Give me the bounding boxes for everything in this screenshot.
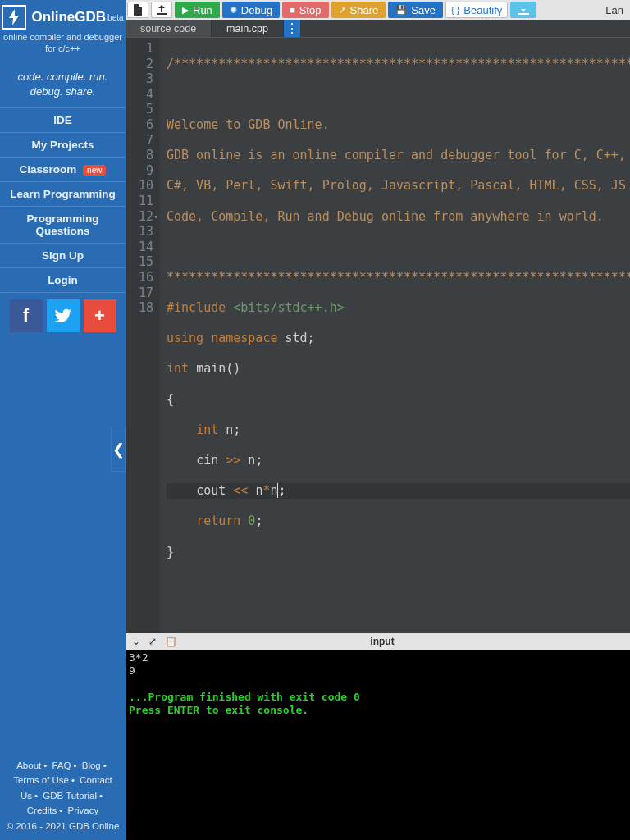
new-badge: new <box>83 165 106 176</box>
tabbar: source code main.cpp ⋮ <box>126 20 630 38</box>
tab-menu-button[interactable]: ⋮ <box>284 20 300 37</box>
fold-icon[interactable]: ▾ <box>154 209 158 225</box>
sidebar: OnlineGDB beta online compiler and debug… <box>0 0 126 840</box>
save-button[interactable]: 💾Save <box>388 2 443 18</box>
nav: IDE My Projects Classroom new Learn Prog… <box>0 107 126 293</box>
debug-button[interactable]: ✺Debug <box>222 2 280 18</box>
nav-learn[interactable]: Learn Programming <box>0 181 126 206</box>
code-body[interactable]: /***************************************… <box>160 38 630 633</box>
nav-login[interactable]: Login <box>0 267 126 293</box>
share-icon: ↗ <box>339 5 346 16</box>
footer-copyright: © 2016 - 2021 GDB Online <box>7 821 120 831</box>
upload-button[interactable] <box>151 2 172 18</box>
brand-subtitle: online compiler and debugger for c/c++ <box>0 31 126 62</box>
terminal-title: input <box>184 636 581 647</box>
code-editor[interactable]: 1 2 3 4 5 6 7 8 9 10 11 12▾ 13 14 15 16 … <box>126 38 630 633</box>
toolbar: ▶Run ✺Debug ■Stop ↗Share 💾Save { }Beauti… <box>126 0 630 20</box>
braces-icon: { } <box>451 5 459 15</box>
addthis-icon[interactable]: + <box>84 299 116 332</box>
terminal-expand-icon[interactable]: ⤢ <box>148 636 157 647</box>
nav-ide[interactable]: IDE <box>0 107 126 132</box>
footer-blog[interactable]: Blog <box>82 760 101 770</box>
collapse-sidebar-button[interactable]: ❮ <box>111 427 126 472</box>
tagline: code. compile. run. debug. share. <box>0 62 126 107</box>
bug-icon: ✺ <box>230 5 237 16</box>
footer-credits[interactable]: Credits <box>27 806 57 815</box>
footer-links: About• FAQ• Blog• Terms of Use• Contact … <box>0 751 126 840</box>
nav-signup[interactable]: Sign Up <box>0 243 126 267</box>
brand-name: OnlineGDB <box>31 9 106 25</box>
footer-privacy[interactable]: Privacy <box>67 806 98 815</box>
beautify-button[interactable]: { }Beautify <box>445 2 508 18</box>
download-button[interactable] <box>510 2 536 18</box>
tab-main-cpp[interactable]: main.cpp <box>212 20 284 37</box>
facebook-icon[interactable]: f <box>10 299 43 332</box>
footer-terms[interactable]: Terms of Use <box>13 775 69 785</box>
logo-icon <box>2 5 26 30</box>
twitter-icon[interactable] <box>47 299 80 332</box>
gutter: 1 2 3 4 5 6 7 8 9 10 11 12▾ 13 14 15 16 … <box>126 38 160 633</box>
footer-faq[interactable]: FAQ <box>52 760 71 770</box>
footer-about[interactable]: About <box>16 760 41 770</box>
save-icon: 💾 <box>395 5 407 16</box>
terminal[interactable]: 3*2 9 ...Program finished with exit code… <box>126 650 630 840</box>
terminal-header: ⌄ ⤢ 📋 input <box>126 633 630 650</box>
nav-projects[interactable]: My Projects <box>0 132 126 157</box>
new-file-button[interactable] <box>127 2 148 18</box>
share-button[interactable]: ↗Share <box>331 2 386 18</box>
logo-row: OnlineGDB beta <box>0 0 126 31</box>
terminal-collapse-icon[interactable]: ⌄ <box>132 636 140 647</box>
nav-questions[interactable]: Programming Questions <box>0 206 126 243</box>
footer-tutorial[interactable]: GDB Tutorial <box>43 791 97 801</box>
social-row: f + <box>0 293 126 339</box>
beta-badge: beta <box>107 13 123 22</box>
terminal-copy-icon[interactable]: 📋 <box>165 636 177 647</box>
language-selector[interactable]: Lan <box>600 2 628 18</box>
tab-source-code[interactable]: source code <box>126 20 212 37</box>
play-icon: ▶ <box>182 5 189 16</box>
run-button[interactable]: ▶Run <box>175 2 220 18</box>
stop-icon: ■ <box>290 5 295 15</box>
nav-classroom[interactable]: Classroom new <box>0 157 126 181</box>
main-area: ▶Run ✺Debug ■Stop ↗Share 💾Save { }Beauti… <box>126 0 630 840</box>
stop-button[interactable]: ■Stop <box>282 2 328 18</box>
